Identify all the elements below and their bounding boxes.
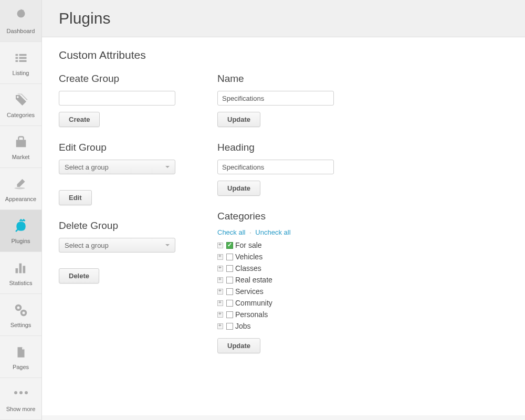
create-button[interactable]: Create [59, 112, 100, 127]
category-checkbox[interactable] [226, 323, 233, 330]
sidebar-item-show-more[interactable]: Show more [0, 378, 41, 415]
category-checkbox[interactable] [226, 242, 233, 249]
uncheck-all-link[interactable]: Uncheck all [255, 228, 290, 236]
sidebar-item-pages[interactable]: Pages [0, 336, 41, 378]
page-title: Plugins [59, 9, 508, 27]
edit-button[interactable]: Edit [59, 190, 92, 205]
section-title: Custom Attributes [59, 49, 508, 61]
category-checkbox[interactable] [226, 300, 233, 307]
category-label: Community [235, 299, 272, 307]
expand-icon[interactable] [217, 312, 223, 318]
category-item: Personals [217, 309, 334, 320]
delete-group-select[interactable]: Select a group [59, 238, 175, 253]
sidebar-item-dashboard[interactable]: Dashboard [0, 0, 41, 42]
sidebar-item-label: Market [12, 154, 30, 160]
chevron-down-icon [165, 244, 170, 246]
left-column: Create Group Create Edit Group Select a … [59, 73, 175, 368]
page-header: Plugins [42, 0, 525, 37]
category-checkbox[interactable] [226, 265, 233, 272]
create-group-section: Create Group Create [59, 73, 175, 127]
pages-icon [13, 344, 29, 361]
statistics-icon [13, 260, 29, 277]
name-update-button[interactable]: Update [217, 112, 260, 127]
sidebar-item-appearance[interactable]: Appearance [0, 168, 41, 210]
category-item: Classes [217, 262, 334, 274]
svg-point-16 [22, 311, 25, 314]
sidebar-item-listing[interactable]: Listing [0, 42, 41, 84]
svg-rect-12 [23, 266, 25, 273]
category-item: For sale [217, 239, 334, 251]
listing-icon [13, 50, 29, 67]
svg-rect-10 [15, 268, 18, 273]
categories-list: For saleVehiclesClassesReal estateServic… [217, 239, 334, 332]
expand-icon[interactable] [217, 323, 223, 329]
expand-icon[interactable] [217, 300, 223, 306]
svg-point-14 [17, 306, 19, 309]
sidebar-item-label: Plugins [11, 238, 30, 244]
heading-heading: Heading [217, 142, 334, 153]
delete-group-select-value: Select a group [65, 242, 109, 249]
category-checkbox[interactable] [226, 311, 233, 318]
sidebar-item-label: Pages [13, 364, 29, 370]
sidebar-item-label: Appearance [5, 196, 36, 202]
main-content: Custom Attributes Create Group Create Ed… [42, 37, 525, 415]
category-item: Vehicles [217, 251, 334, 262]
heading-update-button[interactable]: Update [217, 181, 260, 196]
sidebar-item-label: Categories [7, 112, 35, 118]
category-checkbox[interactable] [226, 254, 233, 260]
name-section: Name Update [217, 73, 334, 127]
sidebar-item-categories[interactable]: Categories [0, 84, 41, 126]
expand-icon[interactable] [217, 266, 223, 271]
svg-rect-4 [19, 57, 26, 59]
category-label: Personals [235, 310, 268, 319]
check-all-link[interactable]: Check all [217, 228, 245, 236]
sidebar-item-plugins[interactable]: Plugins [0, 210, 41, 252]
category-label: Jobs [235, 322, 251, 330]
category-label: Services [235, 287, 264, 296]
sidebar-item-market[interactable]: Market [0, 126, 41, 168]
delete-button[interactable]: Delete [59, 268, 99, 284]
svg-rect-11 [19, 263, 22, 273]
category-item: Jobs [217, 320, 334, 332]
sidebar-item-statistics[interactable]: Statistics [0, 252, 41, 294]
edit-group-select-value: Select a group [65, 163, 109, 171]
heading-input[interactable] [217, 160, 334, 174]
name-input[interactable] [217, 91, 334, 106]
name-heading: Name [217, 73, 334, 85]
plugins-icon [13, 218, 29, 235]
expand-icon[interactable] [217, 254, 223, 260]
create-group-heading: Create Group [59, 73, 175, 85]
svg-rect-2 [19, 54, 26, 56]
category-checkbox[interactable] [226, 277, 233, 284]
dashboard-icon [13, 8, 29, 25]
edit-group-section: Edit Group Select a group Edit [59, 142, 175, 205]
category-item: Community [217, 297, 334, 309]
categories-bulk-links: Check all · Uncheck all [217, 228, 334, 236]
category-item: Services [217, 286, 334, 297]
svg-rect-8 [16, 140, 26, 147]
categories-update-button[interactable]: Update [217, 338, 260, 353]
create-group-input[interactable] [59, 91, 175, 106]
sidebar-item-label: Settings [10, 322, 32, 328]
svg-rect-5 [15, 60, 18, 62]
delete-group-section: Delete Group Select a group Delete [59, 220, 175, 284]
heading-section: Heading Update [217, 142, 334, 196]
svg-rect-3 [15, 57, 18, 59]
svg-point-7 [16, 96, 18, 98]
category-item: Real estate [217, 274, 334, 286]
sidebar-item-label: Listing [13, 70, 29, 76]
expand-icon[interactable] [217, 243, 223, 248]
expand-icon[interactable] [217, 277, 223, 283]
category-checkbox[interactable] [226, 288, 233, 295]
link-separator: · [249, 228, 251, 236]
categories-heading: Categories [217, 211, 334, 222]
sidebar-item-settings[interactable]: Settings [0, 294, 41, 336]
expand-icon[interactable] [217, 289, 223, 295]
categories-icon [13, 92, 29, 109]
edit-group-select[interactable]: Select a group [59, 160, 175, 174]
svg-rect-6 [19, 60, 26, 62]
category-label: Real estate [235, 276, 272, 284]
sidebar-item-label: Show more [6, 406, 36, 412]
edit-group-heading: Edit Group [59, 142, 175, 153]
category-label: Classes [235, 264, 261, 272]
